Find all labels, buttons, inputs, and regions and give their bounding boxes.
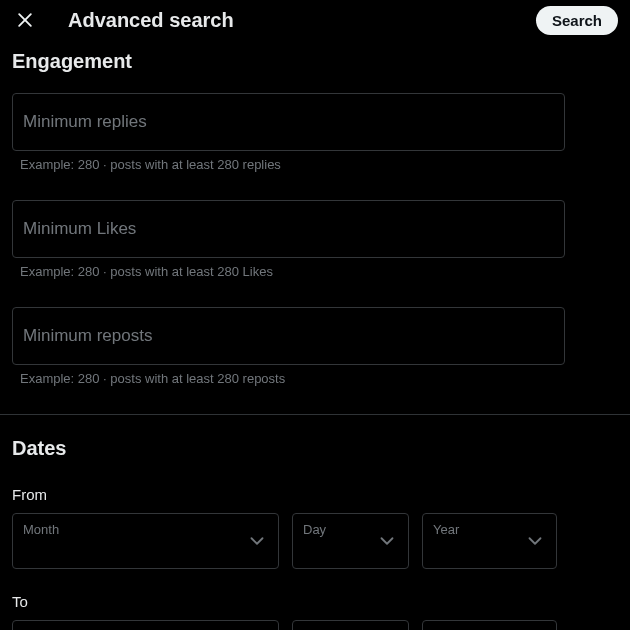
close-button[interactable] [14,9,36,31]
chevron-down-icon [524,530,546,552]
to-year-select[interactable]: Year [422,620,557,630]
to-date-row: Month Day Year [12,620,618,630]
search-button[interactable]: Search [536,6,618,35]
engagement-section-title: Engagement [12,50,618,73]
chevron-down-icon [246,530,268,552]
min-replies-field: Example: 280 · posts with at least 280 r… [12,93,618,172]
modal-content: Engagement Example: 280 · posts with at … [0,50,630,630]
min-reposts-field: Example: 280 · posts with at least 280 r… [12,307,618,386]
from-date-row: Month Day Year [12,513,618,569]
min-replies-helper: Example: 280 · posts with at least 280 r… [12,157,618,172]
section-divider [0,414,630,415]
header-left: Advanced search [14,9,234,32]
select-label: Year [433,522,459,537]
from-month-select[interactable]: Month [12,513,279,569]
min-replies-input[interactable] [12,93,565,151]
to-label: To [12,593,618,610]
min-likes-input[interactable] [12,200,565,258]
modal-title: Advanced search [68,9,234,32]
to-month-select[interactable]: Month [12,620,279,630]
to-day-select[interactable]: Day [292,620,409,630]
modal-header: Advanced search Search [0,0,630,40]
from-year-select[interactable]: Year [422,513,557,569]
dates-section-title: Dates [12,437,618,460]
from-day-select[interactable]: Day [292,513,409,569]
select-label: Day [303,522,326,537]
min-reposts-helper: Example: 280 · posts with at least 280 r… [12,371,618,386]
chevron-down-icon [376,530,398,552]
min-reposts-input[interactable] [12,307,565,365]
min-likes-helper: Example: 280 · posts with at least 280 L… [12,264,618,279]
min-likes-field: Example: 280 · posts with at least 280 L… [12,200,618,279]
from-label: From [12,486,618,503]
close-icon [15,10,35,30]
select-label: Month [23,522,59,537]
